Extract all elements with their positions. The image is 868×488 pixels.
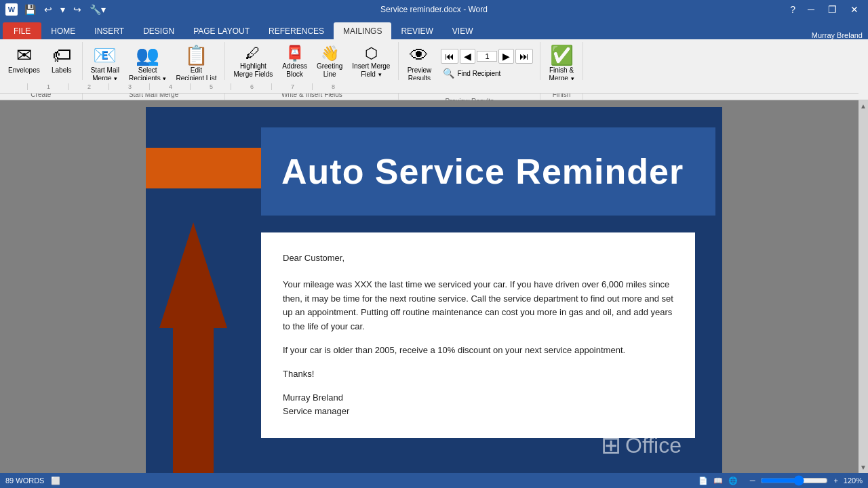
title-right: ? ─ ❐ ✕ [787,3,863,16]
signature-title: Service manager [283,405,673,419]
edit-recipient-icon: 📋 [184,46,208,65]
tab-design[interactable]: DESIGN [134,22,184,39]
customize-button[interactable]: 🔧▾ [87,3,108,16]
ruler-mark: 7 [271,83,312,90]
ruler-mark: 2 [68,83,108,90]
close-button[interactable]: ✕ [846,3,863,16]
minimize-button[interactable]: ─ [804,3,818,16]
vertical-scrollbar[interactable]: ▲ ▼ [859,100,868,473]
status-left: 89 WORDS ⬜ [5,476,60,485]
document-title: Auto Service Reminder [281,151,684,192]
tab-page-layout[interactable]: PAGE LAYOUT [184,22,259,39]
view-web-button[interactable]: 🌐 [728,476,738,485]
preview-icon: 👁 [410,46,429,65]
view-print-button[interactable]: 📄 [698,476,708,485]
status-bar: 89 WORDS ⬜ 📄 📖 🌐 ─ + 120% [0,473,868,488]
greeting-icon: 👋 [321,46,339,61]
help-button[interactable]: ? [787,3,798,16]
address-block-button[interactable]: 📮 AddressBlock [278,43,311,81]
restore-button[interactable]: ❐ [824,3,841,16]
highlight-merge-fields-button[interactable]: 🖊 HighlightMerge Fields [229,43,277,81]
address-icon: 📮 [285,46,304,61]
highlight-label: HighlightMerge Fields [233,62,273,79]
record-number-input[interactable] [477,51,497,62]
zoom-in-button[interactable]: + [833,476,837,485]
title-bar: W 💾 ↩ ▾ ↪ 🔧▾ Service reminder.docx - Wor… [0,0,868,19]
arrow-up-graphic [159,222,227,473]
envelope-icon: ✉ [16,46,32,65]
letter-body-2: If your car is older than 2005, receive … [283,344,673,358]
office-logo-icon: ⊞ [601,431,621,460]
tab-file[interactable]: FILE [3,22,41,39]
edit-recipient-list-button[interactable]: 📋 EditRecipient List [172,43,220,85]
tab-home[interactable]: HOME [41,22,85,39]
tab-insert[interactable]: INSERT [85,22,134,39]
first-record-button[interactable]: ⏮ [441,49,458,64]
office-logo: ⊞ Office [601,431,682,460]
labels-button[interactable]: 🏷 Labels [45,43,78,77]
quick-access-toolbar: 💾 ↩ ▾ ↪ 🔧▾ [22,3,108,16]
signature-name: Murray Breland [283,391,673,405]
letter-content[interactable]: Dear Customer, Your mileage was XXX the … [261,232,695,438]
ruler-mark: 1 [27,83,68,90]
zoom-level[interactable]: 120% [844,476,863,485]
find-recipient-button[interactable]: 🔍 Find Recipient [441,66,533,80]
tab-references[interactable]: REFERENCES [259,22,334,39]
merge-field-icon: ⬡ [365,46,378,61]
document-page: Auto Service Reminder Dear Customer, You… [146,107,722,473]
zoom-slider[interactable] [760,475,828,486]
ruler-mark: 5 [190,83,231,90]
ribbon-tabs: FILE HOME INSERT DESIGN PAGE LAYOUT REFE… [0,19,868,39]
tab-review[interactable]: REVIEW [391,22,442,39]
labels-icon: 🏷 [52,46,71,65]
scroll-down-button[interactable]: ▼ [858,462,868,473]
address-label: AddressBlock [282,62,307,79]
select-recipients-button[interactable]: 👥 SelectRecipients ▾ [125,43,170,85]
select-recipients-icon: 👥 [136,46,159,65]
find-recipient-label: Find Recipient [457,70,500,77]
zoom-out-button[interactable]: ─ [750,476,755,485]
find-recipient-icon: 🔍 [443,68,454,79]
title-left: W 💾 ↩ ▾ ↪ 🔧▾ [5,3,108,16]
ruler-mark: 4 [149,83,190,90]
document-area: Auto Service Reminder Dear Customer, You… [0,100,868,473]
greeting-label: GreetingLine [317,62,342,79]
finish-icon: ✅ [550,46,574,65]
window-title: Service reminder.docx - Word [380,5,488,14]
ruler-mark: 8 [312,83,353,90]
letter-signature: Murray Breland Service manager [283,391,673,420]
scroll-up-button[interactable]: ▲ [858,100,868,112]
envelopes-button[interactable]: ✉ Envelopes [4,43,44,77]
redo-button[interactable]: ↪ [71,3,84,16]
finish-merge-button[interactable]: ✅ Finish &Merge ▾ [545,43,578,85]
greeting-line-button[interactable]: 👋 GreetingLine [313,43,347,81]
preview-navigation: ⏮ ◀ ▶ ⏭ [438,46,536,65]
letter-closing: Thanks! [283,367,673,382]
start-merge-icon: 📧 [93,46,117,65]
word-icon: W [5,3,18,16]
preview-results-button[interactable]: 👁 PreviewResults [403,43,435,85]
start-mail-merge-button[interactable]: 📧 Start MailMerge ▾ [87,43,123,85]
undo-dropdown[interactable]: ▾ [58,3,68,16]
insert-merge-field-button[interactable]: ⬡ Insert MergeField ▾ [348,43,394,81]
user-name: Murray Breland [812,31,868,39]
letter-body-1: Your mileage was XXX the last time we se… [283,278,673,334]
page-layout-icon[interactable]: ⬜ [51,476,60,485]
save-button[interactable]: 💾 [22,3,39,16]
tab-view[interactable]: VIEW [443,22,483,39]
last-record-button[interactable]: ⏭ [515,49,533,64]
ruler-mark: 6 [231,83,271,90]
merge-field-label: Insert MergeField ▾ [352,62,390,79]
labels-label: Labels [52,66,71,75]
ruler: 1 2 3 4 5 6 7 8 [0,80,859,94]
office-logo-text: Office [625,433,682,458]
letter-greeting: Dear Customer, [283,251,673,266]
word-count: 89 WORDS [5,476,44,485]
ruler-mark: 3 [108,83,149,90]
prev-record-button[interactable]: ◀ [460,49,475,64]
next-record-button[interactable]: ▶ [498,49,514,64]
view-read-button[interactable]: 📖 [713,476,723,485]
tab-mailings[interactable]: MAILINGS [334,22,391,39]
undo-button[interactable]: ↩ [41,3,55,16]
envelopes-label: Envelopes [8,66,40,75]
